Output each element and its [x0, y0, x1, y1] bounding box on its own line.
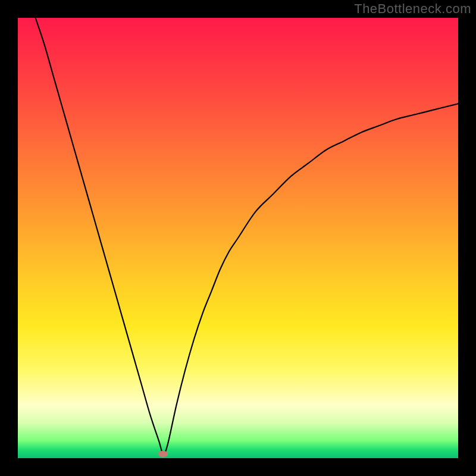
curve-svg	[18, 18, 458, 458]
optimal-point-marker	[158, 450, 168, 457]
watermark-text: TheBottleneck.com	[354, 1, 471, 17]
bottleneck-curve	[36, 18, 458, 454]
chart-frame: TheBottleneck.com	[0, 0, 476, 476]
plot-area	[18, 18, 458, 458]
